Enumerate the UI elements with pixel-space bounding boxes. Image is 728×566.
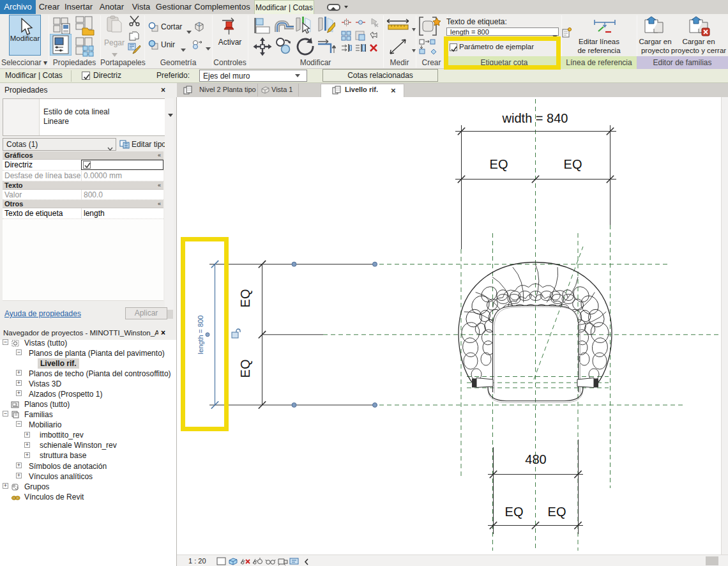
svg-text:EQ: EQ [238,360,252,378]
svg-text:480: 480 [525,452,546,466]
svg-text:EQ: EQ [490,157,508,171]
svg-text:EQ: EQ [238,289,252,308]
svg-text:EQ: EQ [564,157,582,171]
svg-text:width = 840: width = 840 [502,111,568,125]
svg-text:EQ: EQ [548,505,566,519]
svg-text:EQ: EQ [505,505,524,519]
